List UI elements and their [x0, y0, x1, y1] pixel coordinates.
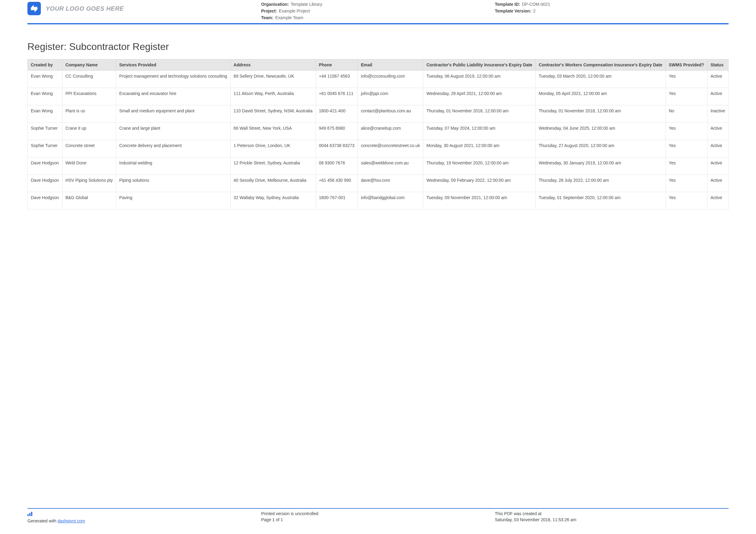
table-cell-services: Excavating and excavator hire: [116, 88, 230, 105]
table-cell-liability: Thursday, 01 November 2018, 12:00:00 am: [423, 105, 536, 123]
table-cell-swms: Yes: [665, 192, 707, 210]
logo-icon: [27, 2, 41, 15]
table-cell-address: 110 David Street, Sydney, NSW, Australia: [230, 105, 316, 123]
table-cell-address: 32 Wallaby Way, Sydney, Australia: [230, 192, 316, 210]
table-row: Dave HodgsonHSV Piping Solutions ptyPipi…: [28, 175, 729, 192]
table-cell-status: Active: [707, 140, 728, 157]
table-cell-created_by: Sophie Turner: [28, 140, 63, 157]
table-cell-address: 66 Wall Street, New York, USA: [230, 123, 316, 140]
table-col-header: Phone: [316, 59, 358, 71]
table-cell-address: 89 Sellery Drive, Newcastle, UK: [230, 71, 316, 88]
org-label: Organisation:: [261, 2, 289, 7]
page-number: Page 1 of 1: [261, 517, 495, 522]
table-cell-created_by: Dave Hodgson: [28, 175, 63, 192]
dashpivot-link[interactable]: dashpivot.com: [58, 519, 85, 523]
table-cell-swms: Yes: [665, 140, 707, 157]
table-cell-services: Piping solutions: [116, 175, 230, 192]
logo-area: YOUR LOGO GOES HERE: [27, 2, 261, 15]
table-cell-swms: Yes: [665, 157, 707, 175]
table-cell-created_by: Dave Hodgson: [28, 192, 63, 210]
template-version-value: 2: [533, 9, 536, 13]
template-version-label: Template Version:: [495, 9, 531, 13]
table-cell-created_by: Evan Wong: [28, 71, 63, 88]
table-cell-phone: 08 9300 7676: [316, 157, 358, 175]
table-cell-created_by: Sophie Turner: [28, 123, 63, 140]
table-cell-status: Active: [707, 157, 728, 175]
table-cell-email: alice@craneitup.com: [358, 123, 423, 140]
table-cell-created_by: Dave Hodgson: [28, 157, 63, 175]
table-cell-liability: Tuesday, 07 May 2024, 12:00:00 am: [423, 123, 536, 140]
table-cell-company: Plant is us: [62, 105, 116, 123]
table-cell-email: john@ppi.com: [358, 88, 423, 105]
table-cell-company: PPI Excavations: [62, 88, 116, 105]
table-cell-swms: Yes: [665, 88, 707, 105]
table-cell-status: Active: [707, 123, 728, 140]
table-cell-swms: Yes: [665, 71, 707, 88]
table-col-header: Company Name: [62, 59, 116, 71]
table-cell-email: dave@hsv.com: [358, 175, 423, 192]
uncontrolled-text: Printed version is uncontrolled: [261, 511, 495, 516]
table-cell-status: Inactive: [707, 105, 728, 123]
table-cell-phone: +44 11567 4563: [316, 71, 358, 88]
table-cell-workers: Wednesday, 30 January 2019, 12:00:00 am: [536, 157, 666, 175]
table-cell-workers: Monday, 05 April 2021, 12:00:00 am: [536, 88, 666, 105]
table-cell-liability: Tuesday, 09 November 2021, 12:00:00 am: [423, 192, 536, 210]
table-cell-address: 1 Peterson Drive, London, UK: [230, 140, 316, 157]
table-cell-company: HSV Piping Solutions pty: [62, 175, 116, 192]
table-cell-email: info@bandgglobal.com: [358, 192, 423, 210]
table-row: Dave HodgsonWeld DoneIndustrial welding1…: [28, 157, 729, 175]
table-cell-swms: Yes: [665, 123, 707, 140]
table-col-header: Services Provided: [116, 59, 230, 71]
dashpivot-bars-icon: [27, 512, 32, 516]
team-label: Team:: [261, 15, 273, 20]
table-cell-email: contact@plantisus.com.au: [358, 105, 423, 123]
table-cell-company: Weld Done: [62, 157, 116, 175]
subcontractor-table: Created byCompany NameServices ProvidedA…: [27, 59, 729, 210]
table-cell-status: Active: [707, 71, 728, 88]
table-col-header: SWMS Provided?: [665, 59, 707, 71]
table-cell-phone: 1800-421-400: [316, 105, 358, 123]
table-cell-created_by: Evan Wong: [28, 105, 63, 123]
table-cell-company: Crane it up: [62, 123, 116, 140]
table-cell-phone: 1800-767-001: [316, 192, 358, 210]
table-cell-company: Concrete street: [62, 140, 116, 157]
table-row: Evan WongPlant is usSmall and medium equ…: [28, 105, 729, 123]
table-cell-services: Industrial welding: [116, 157, 230, 175]
table-col-header: Status: [707, 59, 728, 71]
table-cell-phone: +61 0045 676 111: [316, 88, 358, 105]
table-cell-phone: +61 456 430 990: [316, 175, 358, 192]
footer-right: This PDF was created at Saturday, 03 Nov…: [495, 511, 729, 523]
table-cell-company: CC Consulting: [62, 71, 116, 88]
table-cell-status: Active: [707, 175, 728, 192]
header-meta-col-1: Organisation: Template Library Project: …: [261, 2, 495, 20]
table-cell-workers: Tuesday, 01 September 2020, 12:00:00 am: [536, 192, 666, 210]
document-footer: Generated with dashpivot.com Printed ver…: [27, 508, 729, 523]
table-cell-services: Concrete delivery and placement: [116, 140, 230, 157]
table-cell-swms: Yes: [665, 175, 707, 192]
table-col-header: Email: [358, 59, 423, 71]
table-cell-phone: 949 675 8980: [316, 123, 358, 140]
table-cell-services: Crane and large plant: [116, 123, 230, 140]
table-row: Evan WongCC ConsultingProject management…: [28, 71, 729, 88]
table-row: Sophie TurnerConcrete streetConcrete del…: [28, 140, 729, 157]
table-cell-swms: No: [665, 105, 707, 123]
template-id-value: DP-COM-0021: [522, 2, 550, 7]
table-cell-workers: Thursday, 28 July 2022, 12:00:00 am: [536, 175, 666, 192]
table-cell-status: Active: [707, 88, 728, 105]
table-cell-address: 12 Prickle Street, Sydney, Australia: [230, 157, 316, 175]
table-col-header: Contractor's Workers Compensation Insura…: [536, 59, 666, 71]
table-cell-liability: Wednesday, 09 February 2022, 12:00:00 am: [423, 175, 536, 192]
table-col-header: Contractor's Public Liability Insurance'…: [423, 59, 536, 71]
table-row: Sophie TurnerCrane it upCrane and large …: [28, 123, 729, 140]
table-cell-liability: Thursday, 19 November 2020, 12:00:00 am: [423, 157, 536, 175]
project-value: Example Project: [279, 9, 310, 13]
footer-center: Printed version is uncontrolled Page 1 o…: [261, 511, 495, 523]
page-title: Register: Subcontractor Register: [27, 41, 729, 52]
footer-left: Generated with dashpivot.com: [27, 511, 261, 523]
table-cell-workers: Tuesday, 03 March 2020, 12:00:00 am: [536, 71, 666, 88]
generated-with-text: Generated with: [27, 519, 58, 523]
team-value: Example Team: [275, 15, 303, 20]
table-cell-address: 111 Alison Way, Perth, Australia: [230, 88, 316, 105]
table-cell-email: concrete@concretestreet.co.uk: [358, 140, 423, 157]
table-cell-created_by: Evan Wong: [28, 88, 63, 105]
